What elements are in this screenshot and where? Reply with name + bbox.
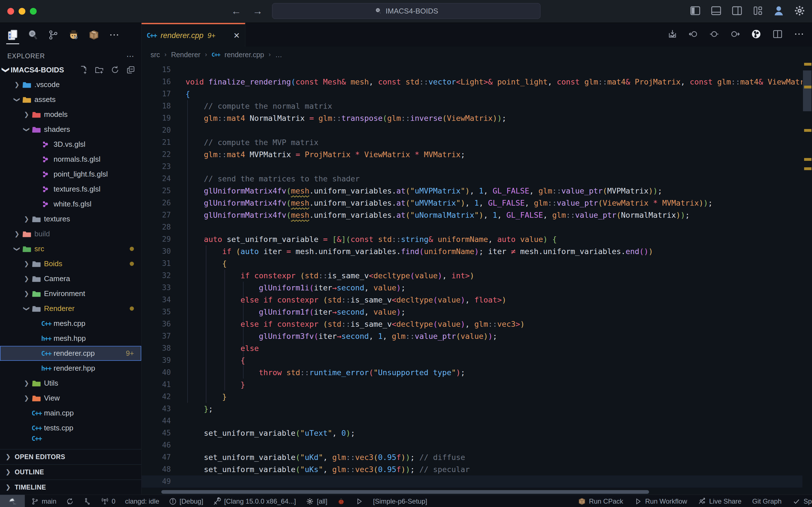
- tree-item-Renderer[interactable]: ❯Renderer: [0, 301, 141, 316]
- panel-open-editors[interactable]: ❯OPEN EDITORS: [0, 449, 141, 464]
- code-line-41[interactable]: 41 }: [142, 379, 802, 391]
- tree-item-build[interactable]: ❯build: [0, 226, 141, 241]
- refresh-icon[interactable]: [110, 65, 120, 75]
- code-line-38[interactable]: 38 else: [142, 342, 802, 354]
- breadcrumb-item[interactable]: …: [275, 51, 282, 59]
- code-line-17[interactable]: 17{: [142, 88, 802, 100]
- chevron-right-icon[interactable]: ❯: [12, 230, 22, 238]
- code-line-33[interactable]: 33 glUniform1i(iter→second, value);: [142, 282, 802, 294]
- status-item-remote-icon[interactable]: [0, 495, 25, 507]
- chevron-down-icon[interactable]: ❯: [23, 304, 30, 314]
- split-editor-icon[interactable]: [772, 29, 783, 40]
- tree-item-Boids[interactable]: ❯Boids: [0, 256, 141, 271]
- code-line-27[interactable]: 27 glUniformMatrix4fv(mesh.uniform_varia…: [142, 209, 802, 221]
- code-line-15[interactable]: 15: [142, 64, 802, 76]
- code-line-28[interactable]: 28: [142, 221, 802, 233]
- status-item-sync-icon[interactable]: [66, 497, 74, 505]
- vertical-scrollbar[interactable]: [802, 62, 812, 495]
- more-icon[interactable]: [105, 25, 123, 45]
- breadcrumb[interactable]: src›Renderer›C++renderer.cpp›…: [142, 47, 812, 62]
- code-line-31[interactable]: 31 {: [142, 258, 802, 270]
- run-forward-icon[interactable]: [730, 29, 741, 40]
- account-icon[interactable]: [772, 4, 785, 17]
- scrollbar-thumb[interactable]: [803, 70, 811, 111]
- command-center[interactable]: IMACS4-BOIDS: [272, 3, 541, 19]
- status-item-bug-icon[interactable]: [337, 497, 345, 506]
- source-control-icon[interactable]: [45, 25, 62, 45]
- chevron-right-icon[interactable]: ❯: [21, 111, 32, 118]
- files-icon[interactable]: [4, 25, 21, 45]
- search-icon[interactable]: [24, 25, 42, 45]
- tree-item-models[interactable]: ❯models: [0, 107, 141, 122]
- project-root-row[interactable]: ❯ IMACS4-BOIDS: [0, 62, 141, 77]
- status-item-run-workflow[interactable]: Run Workflow: [634, 497, 687, 506]
- zoom-window-button[interactable]: [30, 8, 37, 15]
- layout-panel-icon[interactable]: [710, 4, 722, 17]
- chevron-right-icon[interactable]: ❯: [12, 81, 22, 89]
- close-icon[interactable]: ✕: [234, 31, 240, 40]
- tree-item-clipped[interactable]: C++: [0, 436, 141, 442]
- export-results-icon[interactable]: [667, 29, 678, 40]
- code-line-37[interactable]: 37 glUniform3fv(iter→second, 1, glm::val…: [142, 330, 802, 342]
- run-dash-icon[interactable]: [709, 29, 719, 40]
- chevron-right-icon[interactable]: ❯: [21, 275, 32, 283]
- code-line-29[interactable]: 29 auto set_uniform_variable = [&](const…: [142, 233, 802, 245]
- tree-item-normals-fs-glsl[interactable]: normals.fs.glsl: [0, 152, 141, 167]
- code-line-44[interactable]: 44: [142, 415, 802, 427]
- status-item-commit-graph-icon[interactable]: [84, 497, 91, 505]
- tree-item-src[interactable]: ❯src: [0, 241, 141, 256]
- tree-item-Camera[interactable]: ❯Camera: [0, 271, 141, 286]
- breadcrumb-item[interactable]: src: [151, 51, 160, 59]
- tree-item-textures-fs-glsl[interactable]: textures.fs.glsl: [0, 182, 141, 196]
- code-line-34[interactable]: 34 else if constexpr (std::is_same_v<dec…: [142, 294, 802, 306]
- panel-outline[interactable]: ❯OUTLINE: [0, 464, 141, 480]
- code-line-26[interactable]: 26 glUniformMatrix4fv(mesh.uniform_varia…: [142, 197, 802, 209]
- code-line-18[interactable]: 18 // compute the normal matrix: [142, 100, 802, 112]
- layout-custom-icon[interactable]: [752, 4, 764, 17]
- code-line-23[interactable]: 23: [142, 161, 802, 173]
- status-item--all-[interactable]: [all]: [306, 497, 327, 506]
- minimize-window-button[interactable]: [18, 8, 26, 15]
- status-item-main[interactable]: main: [31, 497, 56, 505]
- layout-sidebar-right-icon[interactable]: [731, 4, 743, 17]
- chevron-down-icon[interactable]: ❯: [23, 124, 30, 135]
- tree-item-assets[interactable]: ❯assets: [0, 92, 141, 107]
- tree-item-mesh-cpp[interactable]: C++mesh.cpp: [0, 316, 141, 331]
- code-line-46[interactable]: 46: [142, 439, 802, 451]
- tree-item-3D-vs-glsl[interactable]: 3D.vs.glsl: [0, 137, 141, 152]
- status-item-play-icon[interactable]: [355, 497, 363, 506]
- status-item--clang-15-0-0-x86-64-[interactable]: [Clang 15.0.0 x86_64...]: [213, 497, 296, 506]
- code-line-22[interactable]: 22 glm::mat4 MVPMatrix = ProjMatrix * Vi…: [142, 149, 802, 161]
- tree-item-shaders[interactable]: ❯shaders: [0, 122, 141, 137]
- code-line-40[interactable]: 40 throw std::runtime_error("Unsupported…: [142, 367, 802, 379]
- run-back-icon[interactable]: [688, 29, 699, 40]
- code-line-30[interactable]: 30 if (auto iter = mesh.uniform_variable…: [142, 245, 802, 258]
- code-line-47[interactable]: 47 set_uniform_variable("uKd", glm::vec3…: [142, 451, 802, 463]
- code-line-39[interactable]: 39 {: [142, 354, 802, 367]
- tree-item-textures[interactable]: ❯textures: [0, 212, 141, 226]
- tree-item-Environment[interactable]: ❯Environment: [0, 286, 141, 301]
- tree-item-mesh-hpp[interactable]: h++mesh.hpp: [0, 331, 141, 346]
- code-line-36[interactable]: 36 else if constexpr (std::is_same_v<dec…: [142, 318, 802, 330]
- chevron-right-icon[interactable]: ❯: [21, 395, 32, 402]
- tree-item--vscode[interactable]: ❯.vscode: [0, 77, 141, 92]
- horizontal-scrollbar[interactable]: [161, 490, 649, 494]
- close-window-button[interactable]: [7, 8, 14, 15]
- code-line-48[interactable]: 48 set_uniform_variable("uKs", glm::vec3…: [142, 463, 802, 475]
- more-icon[interactable]: [794, 29, 805, 40]
- breadcrumb-item[interactable]: renderer.cpp: [224, 51, 264, 59]
- layout-sidebar-left-icon[interactable]: [689, 4, 702, 17]
- code-line-42[interactable]: 42 }: [142, 391, 802, 403]
- new-folder-icon[interactable]: [94, 65, 104, 75]
- tree-item-renderer-cpp[interactable]: C++renderer.cpp9+: [0, 346, 141, 361]
- chevron-right-icon[interactable]: ❯: [21, 260, 32, 268]
- code-line-43[interactable]: 43 };: [142, 403, 802, 415]
- status-item-live-share[interactable]: Live Share: [698, 497, 742, 506]
- tab-renderer-cpp[interactable]: C++ renderer.cpp 9+ ✕: [142, 23, 245, 47]
- explorer-more-icon[interactable]: ⋯: [126, 52, 135, 61]
- detective-icon[interactable]: [65, 25, 82, 45]
- settings-gear-icon[interactable]: [794, 4, 806, 17]
- code-line-21[interactable]: 21 // compute the MVP matrix: [142, 136, 802, 149]
- tree-item-Utils[interactable]: ❯Utils: [0, 376, 141, 391]
- code-line-35[interactable]: 35 glUniform1f(iter→second, value);: [142, 306, 802, 318]
